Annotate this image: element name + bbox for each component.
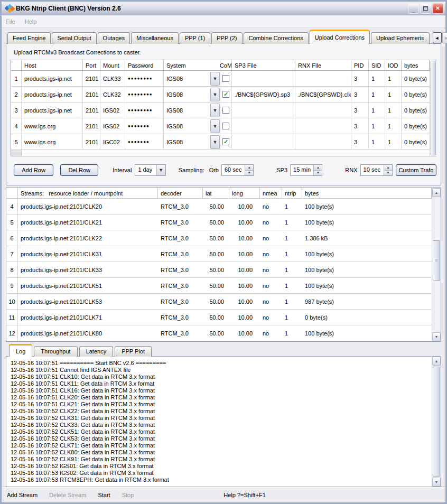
com-checkbox[interactable] [222,107,229,114]
com-checkbox[interactable]: ✓ [222,91,229,98]
custom-trafo-button[interactable]: Custom Trafo [396,164,436,176]
password-cell[interactable]: ●●●●●●●● [125,71,164,86]
sid-cell[interactable]: 1 [369,71,385,86]
system-select[interactable]: IGS08▼ [164,71,220,86]
orb-sampling-spinner[interactable]: 60 sec ▲▼ [221,164,254,176]
password-cell[interactable]: ●●●●●●●● [125,87,164,102]
system-select[interactable]: IGS08▼ [164,102,220,118]
chevron-down-icon[interactable]: ▼ [210,104,220,117]
spin-up-icon[interactable]: ▲ [314,165,322,171]
stream-row[interactable]: 11 products.igs-ip.net:2101/CLK71 RTCM_3… [6,310,432,325]
mount-cell[interactable]: IGS02 [100,102,125,118]
sid-cell[interactable]: 1 [369,134,385,150]
sp3-sampling-spinner[interactable]: 15 min ▲▼ [290,164,322,176]
pid-cell[interactable]: 3 [351,118,369,134]
menu-file[interactable]: File [6,18,15,25]
sp3-file-cell[interactable]: ./BNC${GPSWD}.sp3 [232,87,295,102]
stream-row[interactable]: 5 products.igs-ip.net:2101/CLK21 RTCM_3.… [6,214,432,230]
port-cell[interactable]: 2101 [83,134,100,150]
mount-cell[interactable]: CLK33 [100,71,125,86]
host-cell[interactable]: products.igs-ip.net [22,87,83,102]
sid-cell[interactable]: 1 [369,102,385,118]
stop-action[interactable]: Stop [122,492,134,498]
tab-throughput[interactable]: Throughput [34,346,77,357]
tab-upload-corrections[interactable]: Upload Corrections [310,30,370,44]
password-cell[interactable]: ●●●●●●●● [125,102,164,118]
chevron-down-icon[interactable]: ▼ [210,88,220,101]
stream-row[interactable]: 10 products.igs-ip.net:2101/CLK53 RTCM_3… [6,294,432,310]
iod-cell[interactable]: 1 [385,134,402,150]
del-row-button[interactable]: Del Row [60,164,98,176]
rnx-file-cell[interactable] [295,118,351,134]
scroll-down-icon[interactable]: ▼ [432,332,441,341]
tab-upload-ephemeris[interactable]: Upload Ephemeris [371,32,430,44]
scroll-down-icon[interactable]: ▼ [432,478,441,487]
com-checkbox[interactable] [222,75,229,82]
sp3-file-cell[interactable] [232,118,295,134]
tab-scroll-right-button[interactable]: ► [442,32,447,43]
upload-table-scrollbar[interactable] [430,60,436,156]
pid-cell[interactable]: 3 [351,87,369,102]
rnx-file-cell[interactable] [295,134,351,150]
mount-cell[interactable]: CLK32 [100,87,125,102]
streams-scrollbar[interactable]: ▲ ≡ ▼ [432,188,441,341]
stream-row[interactable]: 4 products.igs-ip.net:2101/CLK20 RTCM_3.… [6,199,432,214]
pid-cell[interactable]: 3 [351,102,369,118]
tab-outages[interactable]: Outages [98,32,131,44]
port-cell[interactable]: 2101 [83,118,100,134]
mount-cell[interactable]: IGS02 [100,118,125,134]
rnx-file-cell[interactable] [295,102,351,118]
spin-down-icon[interactable]: ▼ [384,171,392,176]
tab-ppp-1[interactable]: PPP (1) [180,32,210,44]
scrollbar-thumb[interactable] [431,61,436,155]
start-action[interactable]: Start [98,492,110,498]
chevron-down-icon[interactable]: ▼ [210,72,220,86]
scrollbar-thumb[interactable]: ≡ [433,240,440,281]
mount-cell[interactable]: IGC02 [100,134,125,150]
log-scrollbar[interactable]: ▲ ▼ [432,357,441,487]
tab-latency[interactable]: Latency [79,346,114,357]
tab-miscellaneous[interactable]: Miscellaneous [131,32,179,44]
add-stream-action[interactable]: Add Stream [7,492,38,498]
rnx-sampling-spinner[interactable]: 10 sec ▲▼ [360,164,393,176]
rnx-file-cell[interactable] [295,71,351,86]
com-checkbox[interactable]: ✓ [222,138,229,145]
tab-serial-output[interactable]: Serial Output [52,32,96,44]
system-select[interactable]: IGS08▼ [164,134,220,150]
stream-row[interactable]: 9 products.igs-ip.net:2101/CLK51 RTCM_3.… [6,278,432,294]
port-cell[interactable]: 2101 [83,87,100,102]
add-row-button[interactable]: Add Row [14,164,53,176]
stream-row[interactable]: 6 products.igs-ip.net:2101/CLK22 RTCM_3.… [6,230,432,246]
host-cell[interactable]: products.igs-ip.net [22,71,83,86]
close-button[interactable]: ✕ [432,3,443,14]
chevron-down-icon[interactable]: ▼ [210,135,220,149]
sid-cell[interactable]: 1 [369,118,385,134]
stream-row[interactable]: 7 products.igs-ip.net:2101/CLK31 RTCM_3.… [6,246,432,262]
interval-select[interactable]: 1 day ▼ [135,164,165,176]
minimize-button[interactable]: _ [408,3,419,14]
tab-combine-corrections[interactable]: Combine Corrections [244,32,309,44]
stream-row[interactable]: 12 products.igs-ip.net:2101/CLK80 RTCM_3… [6,325,432,341]
spin-up-icon[interactable]: ▲ [245,165,253,171]
port-cell[interactable]: 2101 [83,71,100,86]
host-cell[interactable]: www.igs.org [22,118,83,134]
system-select[interactable]: IGS08▼ [164,87,220,102]
chevron-down-icon[interactable]: ▼ [210,119,220,133]
tab-log[interactable]: Log [9,344,32,357]
sp3-file-cell[interactable] [232,71,295,86]
stream-row[interactable]: 8 products.igs-ip.net:2101/CLK33 RTCM_3.… [6,262,432,278]
tab-feed-engine[interactable]: Feed Engine [7,32,51,44]
tab-ppp-plot[interactable]: PPP Plot [115,346,152,357]
spin-up-icon[interactable]: ▲ [384,165,392,171]
spin-down-icon[interactable]: ▼ [245,171,253,176]
com-checkbox[interactable] [222,123,229,129]
iod-cell[interactable]: 1 [385,87,402,102]
tab-scroll-left-button[interactable]: ◄ [433,32,442,43]
rnx-file-cell[interactable]: ./BNC${GPSWD}.clk [295,87,351,102]
pid-cell[interactable]: 3 [351,134,369,150]
scroll-up-icon[interactable]: ▲ [432,188,441,197]
sid-cell[interactable]: 1 [369,87,385,102]
delete-stream-action[interactable]: Delete Stream [49,492,86,498]
chevron-down-icon[interactable]: ▼ [156,165,165,175]
maximize-button[interactable] [420,3,431,14]
